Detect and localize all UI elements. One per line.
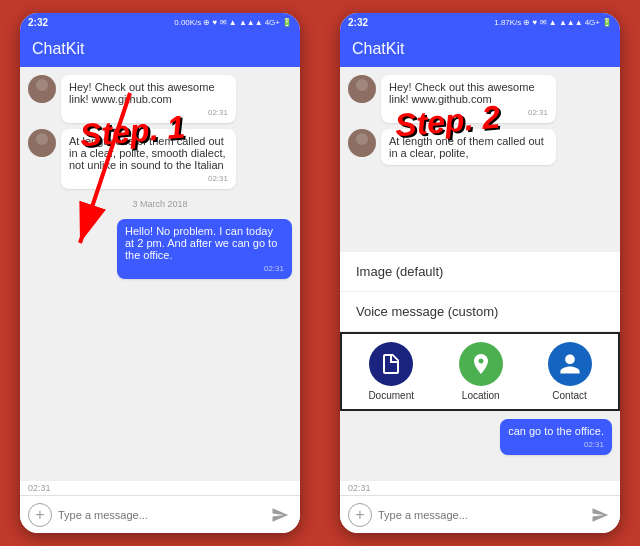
- context-menu-area: Image (default) Voice message (custom): [340, 252, 620, 332]
- location-label: Location: [462, 390, 500, 401]
- avatar: [348, 129, 376, 157]
- right-input-bar: +: [340, 495, 620, 533]
- right-network-speed: 1.87K/s: [494, 18, 521, 27]
- right-chat-area-bottom: can go to the office. 02:31: [340, 411, 620, 481]
- right-phone-container: Step. 2 2:32 1.87K/s ⊕ ♥ ✉ ▲ ▲▲▲ 4G+ 🔋 C…: [320, 0, 640, 546]
- right-time: 2:32: [348, 17, 368, 28]
- plus-button[interactable]: +: [28, 503, 52, 527]
- svg-point-7: [353, 91, 371, 103]
- right-status-bar: 2:32 1.87K/s ⊕ ♥ ✉ ▲ ▲▲▲ 4G+ 🔋: [340, 13, 620, 31]
- left-app-title: ChatKit: [32, 40, 84, 58]
- right-status-icons: 1.87K/s ⊕ ♥ ✉ ▲ ▲▲▲ 4G+ 🔋: [494, 18, 612, 27]
- svg-point-8: [356, 133, 368, 145]
- right-signal: 4G+: [585, 18, 600, 27]
- left-signal: 4G+: [265, 18, 280, 27]
- location-icon: [459, 342, 503, 386]
- red-arrow-left: [40, 73, 160, 273]
- document-icon: [369, 342, 413, 386]
- svg-point-9: [353, 145, 371, 157]
- right-plus-button[interactable]: +: [348, 503, 372, 527]
- left-status-icons: 0.00K/s ⊕ ♥ ✉ ▲ ▲▲▲ 4G+ 🔋: [174, 18, 292, 27]
- context-menu-item-voice[interactable]: Voice message (custom): [340, 292, 620, 331]
- left-time: 2:32: [28, 17, 48, 28]
- right-phone: 2:32 1.87K/s ⊕ ♥ ✉ ▲ ▲▲▲ 4G+ 🔋 ChatKit: [340, 13, 620, 533]
- context-menu-item-image[interactable]: Image (default): [340, 252, 620, 292]
- right-app-title: ChatKit: [352, 40, 404, 58]
- msg-text: can go to the office.: [508, 425, 604, 437]
- sent-bubble: can go to the office. 02:31: [500, 419, 612, 455]
- svg-point-6: [356, 79, 368, 91]
- left-network-speed: 0.00K/s: [174, 18, 201, 27]
- contact-label: Contact: [552, 390, 586, 401]
- svg-line-1: [80, 93, 130, 243]
- send-button[interactable]: [268, 503, 292, 527]
- message-input[interactable]: [58, 509, 262, 521]
- msg-time: 02:31: [508, 440, 604, 449]
- attach-item-location[interactable]: Location: [459, 342, 503, 401]
- attachment-panel: Document Location Contact: [340, 332, 620, 411]
- right-send-button[interactable]: [588, 503, 612, 527]
- right-app-header: ChatKit: [340, 31, 620, 67]
- left-input-bar: +: [20, 495, 300, 533]
- left-phone-wrapper: Step. 1 2:32 0.00K/s ⊕ ♥ ✉ ▲ ▲▲▲ 4G+ 🔋: [20, 13, 300, 533]
- right-message-input[interactable]: [378, 509, 582, 521]
- right-bottom-timestamp: 02:31: [340, 481, 620, 495]
- bottom-timestamp: 02:31: [20, 481, 300, 495]
- attach-item-document[interactable]: Document: [368, 342, 414, 401]
- left-app-header: ChatKit: [20, 31, 300, 67]
- avatar: [348, 75, 376, 103]
- document-label: Document: [368, 390, 414, 401]
- right-chat-area: Hey! Check out this awesome link! www.gi…: [340, 67, 620, 252]
- left-status-bar: 2:32 0.00K/s ⊕ ♥ ✉ ▲ ▲▲▲ 4G+ 🔋: [20, 13, 300, 31]
- table-row: can go to the office. 02:31: [348, 419, 612, 455]
- right-phone-wrapper: Step. 2 2:32 1.87K/s ⊕ ♥ ✉ ▲ ▲▲▲ 4G+ 🔋 C…: [340, 13, 620, 533]
- left-phone-container: Step. 1 2:32 0.00K/s ⊕ ♥ ✉ ▲ ▲▲▲ 4G+ 🔋: [0, 0, 320, 546]
- attach-item-contact[interactable]: Contact: [548, 342, 592, 401]
- contact-icon: [548, 342, 592, 386]
